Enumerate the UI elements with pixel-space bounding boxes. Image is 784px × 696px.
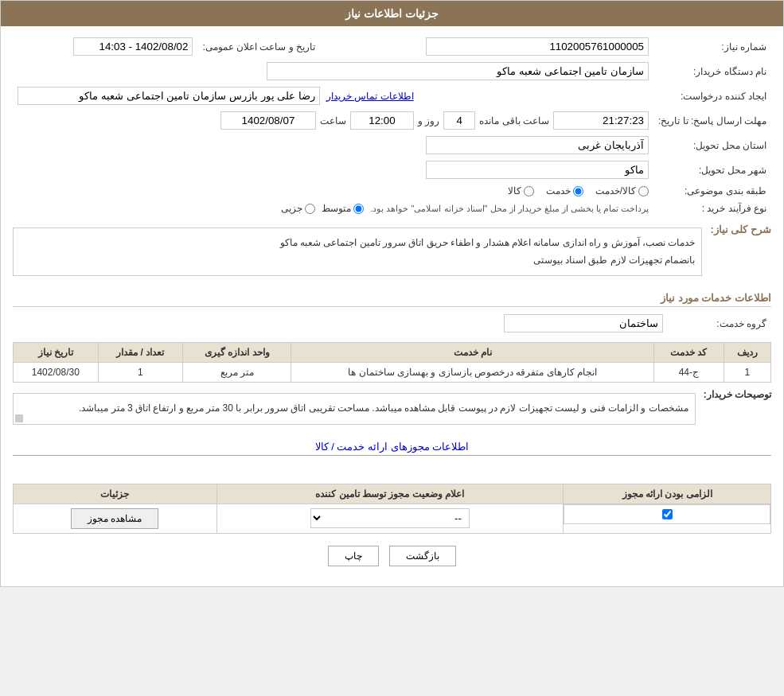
col-tedad: تعداد / مقدار (98, 343, 182, 363)
ostan-label: استان محل تحویل: (653, 133, 771, 157)
info-table: شماره نیاز: تاریخ و ساعت اعلان عمومی: نا… (13, 34, 771, 217)
radio-kala-khadamat-input[interactable] (638, 186, 649, 196)
radio-kala[interactable]: کالا (508, 185, 534, 196)
back-button[interactable]: بازگشت (389, 546, 456, 566)
kala-label: کالا (508, 185, 521, 196)
ijad-konnande-input[interactable] (18, 87, 320, 105)
tarikh-saat-value (13, 34, 197, 59)
col-tarikh: تاریخ نیاز (14, 343, 99, 363)
col-joziat: جزئیات (14, 484, 217, 504)
khadamat-label: خدمت (546, 185, 571, 196)
nam-dastgah-input[interactable] (267, 62, 649, 80)
ijad-konnande-label: ایجاد کننده درخواست: (653, 84, 771, 108)
ijad-konnande-value: اطلاعات تماس خریدار (13, 84, 653, 108)
rooz-input[interactable] (443, 111, 475, 130)
noe-farayand-label: نوع فرآیند خرید : (653, 200, 771, 217)
col-kod: کد خدمت (654, 343, 724, 363)
col-nam: نام خدمت (291, 343, 654, 363)
sharh-koli-text: خدمات نصب، آموزش و راه اندازی سامانه اعل… (280, 237, 696, 266)
kala-khadamat-label: کالا/خدمت (595, 185, 636, 196)
tabaqe-value: کالا/خدمت خدمت کالا (13, 182, 653, 200)
col-elam: اعلام وضعیت مجوز توسط تامین کننده (216, 484, 564, 504)
contact-info-link[interactable]: اطلاعات تماس خریدار (326, 91, 414, 102)
table-row: --مشاهده مجوز (14, 504, 771, 533)
shahr-label: شهر محل تحویل: (653, 157, 771, 182)
saat-label: ساعت (320, 115, 346, 126)
col-radif: ردیف (724, 343, 770, 363)
khadamat-info-title: اطلاعات خدمات مورد نیاز (13, 292, 771, 307)
nam-dastgah-value (13, 59, 653, 84)
motawaset-label: متوسط (322, 203, 351, 214)
tarikh-saat-input[interactable] (73, 37, 193, 56)
ostan-input[interactable] (426, 136, 649, 154)
page-title: جزئیات اطلاعات نیاز (345, 7, 439, 20)
ostan-value (13, 133, 653, 157)
tosifat-box: مشخصات و الزامات فنی و لیست تجهیزات لازم… (13, 393, 696, 425)
baghimande-saat-label: ساعت باقی مانده (479, 115, 549, 126)
radio-khadamat[interactable]: خدمت (546, 185, 583, 196)
saat-input[interactable] (350, 111, 414, 130)
shomare-niaz-label: شماره نیاز: (653, 34, 771, 59)
permits-table: الزامی بودن ارائه مجوز اعلام وضعیت مجوز … (13, 484, 771, 534)
nam-dastgah-label: نام دستگاه خریدار: (653, 59, 771, 84)
buttons-row: بازگشت چاپ (13, 546, 771, 566)
col-vahed: واحد اندازه گیری (183, 343, 291, 363)
print-button[interactable]: چاپ (328, 546, 379, 566)
mohlat-label: مهلت ارسال پاسخ: تا تاریخ: (653, 108, 771, 133)
resize-handle[interactable] (15, 414, 23, 422)
sharh-koli-box: خدمات نصب، آموزش و راه اندازی سامانه اعل… (13, 227, 702, 276)
shahr-input[interactable] (426, 161, 649, 179)
grohe-table: گروه خدمت: (13, 311, 771, 336)
services-table: ردیف کد خدمت نام خدمت واحد اندازه گیری ت… (13, 342, 771, 383)
radio-jozii[interactable]: جزیی (281, 203, 315, 214)
shomare-niaz-input[interactable] (426, 37, 649, 56)
radio-kala-input[interactable] (524, 186, 534, 196)
shahr-value (13, 157, 653, 182)
radio-khadamat-input[interactable] (573, 186, 583, 196)
elzami-checkbox[interactable] (662, 509, 673, 519)
jozii-label: جزیی (281, 203, 302, 214)
view-permit-button[interactable]: مشاهده مجوز (71, 508, 158, 529)
grohe-label: گروه خدمت: (668, 311, 771, 336)
sharh-koli-label: شرح کلی نیاز: (710, 224, 771, 235)
elam-vaziat-select[interactable]: -- (310, 508, 470, 528)
tarikh-saat-label: تاریخ و ساعت اعلان عمومی: (197, 34, 320, 59)
table-row: 1ج-44انجام کارهای متفرقه درخصوص بازسازی … (14, 363, 771, 383)
content-area: شماره نیاز: تاریخ و ساعت اعلان عمومی: نا… (1, 26, 783, 586)
permits-title: اطلاعات مجوزهای ارائه خدمت / کالا (13, 441, 771, 456)
spacer (13, 460, 771, 484)
radio-motawaset[interactable]: متوسط (322, 203, 364, 214)
radio-jozii-input[interactable] (305, 204, 315, 214)
grohe-input[interactable] (504, 314, 663, 332)
tosifat-label: توصیحات خریدار: (704, 389, 771, 400)
radio-motawaset-input[interactable] (353, 204, 364, 214)
col-elzami: الزامی بودن ارائه مجوز (564, 484, 771, 504)
mohlat-value: ساعت باقی مانده روز و ساعت (13, 108, 653, 133)
radio-kala-khadamat[interactable]: کالا/خدمت (595, 185, 649, 196)
tabaqe-label: طبقه بندی موضوعی: (653, 182, 771, 200)
mohlat-saat-input[interactable] (553, 111, 649, 130)
grohe-value (13, 311, 668, 336)
shomare-niaz-value (320, 34, 653, 59)
tosifat-text: مشخصات و الزامات فنی و لیست تجهیزات لازم… (79, 402, 688, 414)
farayand-note: پرداخت تمام یا بخشی از مبلغ خریدار از مح… (370, 204, 649, 214)
date-input[interactable] (220, 111, 316, 130)
page-wrapper: جزئیات اطلاعات نیاز شماره نیاز: تاریخ و … (0, 0, 784, 587)
rooz-label: روز و (418, 115, 439, 126)
page-header: جزئیات اطلاعات نیاز (1, 1, 783, 26)
noe-farayand-value: پرداخت تمام یا بخشی از مبلغ خریدار از مح… (13, 200, 653, 217)
